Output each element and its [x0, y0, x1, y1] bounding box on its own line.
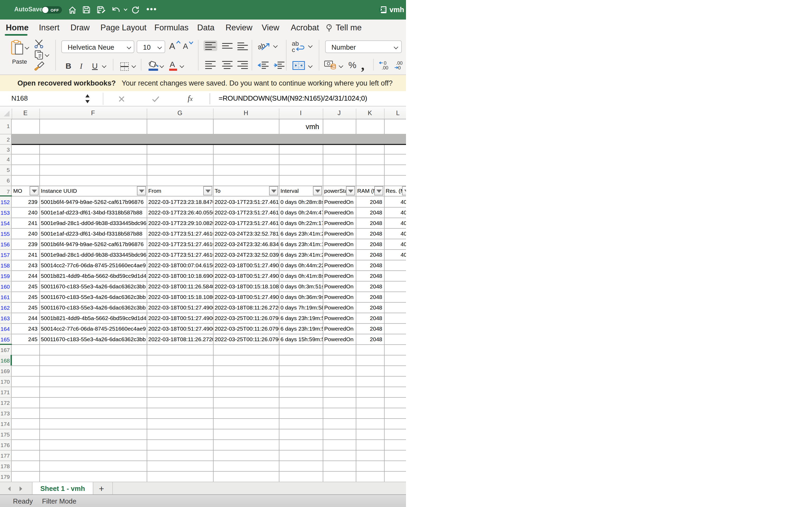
svg-text:ab: ab [292, 40, 299, 47]
svg-text:.00: .00 [382, 65, 388, 70]
svg-text:0: 0 [384, 60, 387, 66]
svg-text:c: c [292, 46, 295, 53]
svg-text:0: 0 [398, 65, 401, 70]
svg-text:X: X [380, 8, 383, 12]
